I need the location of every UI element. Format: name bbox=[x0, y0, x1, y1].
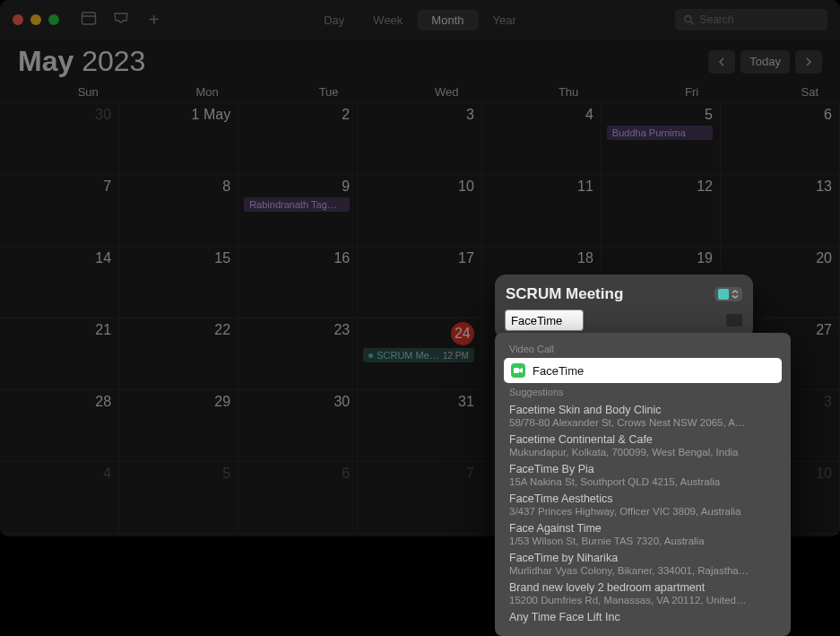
dropdown-section-videocall: Video Call bbox=[509, 344, 776, 354]
calendar-cell[interactable]: 14 bbox=[0, 247, 119, 318]
date-number: 18 bbox=[488, 250, 593, 266]
date-number: 11 bbox=[488, 179, 593, 195]
date-number: 14 bbox=[5, 250, 111, 266]
view-year[interactable]: Year bbox=[478, 10, 530, 30]
suggestion-subtitle: Murlidhar Vyas Colony, Bikaner, 334001, … bbox=[509, 565, 776, 576]
date-number: 23 bbox=[244, 322, 350, 338]
popover-event-title[interactable]: SCRUM Meeting bbox=[506, 285, 707, 303]
weekday-row: SunMonTueWedThuFriSat bbox=[0, 83, 840, 102]
today-button[interactable]: Today bbox=[740, 50, 790, 74]
calendar-cell[interactable]: 28 bbox=[0, 390, 119, 462]
add-event-button[interactable]: + bbox=[149, 11, 160, 29]
inbox-icon[interactable] bbox=[113, 11, 129, 30]
prev-month-button[interactable] bbox=[708, 50, 735, 74]
event-popover: SCRUM Meeting bbox=[495, 274, 753, 339]
weekday-label: Thu bbox=[480, 85, 600, 99]
calendar-cell[interactable]: 11 bbox=[482, 175, 602, 247]
video-icon[interactable] bbox=[726, 314, 742, 327]
weekday-label: Sat bbox=[720, 85, 840, 99]
suggestion-title: FaceTime by Niharika bbox=[509, 552, 776, 564]
calendar-cell[interactable]: 5 bbox=[119, 462, 238, 534]
suggestion-subtitle: Mukundapur, Kolkata, 700099, West Bengal… bbox=[509, 447, 776, 457]
calendar-cell[interactable]: 15 bbox=[119, 247, 238, 318]
search-field[interactable] bbox=[675, 9, 827, 30]
date-number: 17 bbox=[363, 250, 474, 266]
close-window-button[interactable] bbox=[13, 14, 23, 25]
calendar-cell[interactable]: 7 bbox=[358, 462, 482, 534]
calendar-cell[interactable]: 9Rabindranath Tag… bbox=[238, 175, 358, 247]
window-toolbar: + Day Week Month Year bbox=[0, 0, 840, 39]
date-number: 2 bbox=[244, 107, 350, 123]
calendar-cell[interactable]: 10 bbox=[358, 175, 482, 247]
month-nav: Today bbox=[708, 50, 822, 74]
date-number: 6 bbox=[726, 107, 832, 123]
calendar-cell[interactable]: 31 bbox=[358, 390, 482, 462]
calendar-cell[interactable]: 6 bbox=[721, 103, 840, 175]
calendar-cell[interactable]: 30 bbox=[0, 103, 119, 175]
event-chip[interactable]: SCRUM Me…12 PM bbox=[363, 348, 474, 362]
dropdown-suggestion[interactable]: FaceTime by NiharikaMurlidhar Vyas Colon… bbox=[504, 549, 782, 579]
calendar-cell[interactable]: 12 bbox=[602, 175, 721, 247]
event-chip[interactable]: Rabindranath Tag… bbox=[244, 197, 350, 212]
calendar-cell[interactable]: 16 bbox=[238, 247, 358, 318]
calendar-cell[interactable]: 30 bbox=[238, 390, 358, 462]
calendar-cell[interactable]: 2 bbox=[238, 103, 358, 175]
calendar-toggle-icon[interactable] bbox=[81, 11, 97, 30]
calendar-cell[interactable]: 5Buddha Purnima bbox=[602, 103, 721, 175]
calendar-color-selector[interactable] bbox=[714, 287, 742, 301]
suggestion-title: Facetime Continental & Cafe bbox=[509, 433, 776, 446]
dropdown-suggestion[interactable]: Any Time Face Lift Inc bbox=[504, 608, 782, 626]
next-month-button[interactable] bbox=[795, 50, 822, 74]
date-number: 8 bbox=[125, 179, 230, 195]
event-chip[interactable]: Buddha Purnima bbox=[607, 126, 713, 140]
fullscreen-window-button[interactable] bbox=[48, 14, 59, 25]
view-week[interactable]: Week bbox=[359, 10, 417, 30]
chevron-updown-icon bbox=[732, 290, 739, 299]
traffic-lights bbox=[13, 14, 59, 25]
calendar-cell[interactable]: 29 bbox=[119, 390, 238, 462]
date-number: 30 bbox=[244, 394, 350, 410]
calendar-cell[interactable]: 23 bbox=[238, 318, 358, 390]
calendar-cell[interactable]: 13 bbox=[721, 175, 840, 247]
video-call-dropdown: Video Call FaceTime Suggestions Facetime… bbox=[495, 333, 791, 636]
date-number: 21 bbox=[5, 322, 111, 338]
date-number: 3 bbox=[363, 107, 474, 123]
calendar-cell[interactable]: 17 bbox=[358, 247, 482, 318]
dropdown-suggestion[interactable]: Face Against Time1/53 Wilson St, Burnie … bbox=[504, 519, 782, 549]
calendar-cell[interactable]: 21 bbox=[0, 318, 119, 390]
minimize-window-button[interactable] bbox=[30, 14, 41, 25]
calendar-cell[interactable]: 4 bbox=[482, 103, 602, 175]
calendar-cell[interactable]: 7 bbox=[0, 175, 119, 247]
view-month[interactable]: Month bbox=[417, 10, 478, 30]
calendar-cell[interactable]: 3 bbox=[358, 103, 482, 175]
date-number: 12 bbox=[607, 179, 713, 195]
calendar-cell[interactable]: 24SCRUM Me…12 PM bbox=[358, 318, 482, 390]
dropdown-suggestion[interactable]: FaceTime By Pia15A Nakina St, Southport … bbox=[504, 460, 782, 490]
dropdown-suggestion[interactable]: Facetime Skin and Body Clinic58/78-80 Al… bbox=[504, 401, 782, 431]
calendar-cell[interactable]: 6 bbox=[238, 462, 358, 534]
video-call-input[interactable] bbox=[506, 310, 583, 330]
suggestion-title: Face Against Time bbox=[509, 522, 776, 535]
weekday-label: Wed bbox=[360, 85, 481, 99]
weekday-label: Fri bbox=[600, 85, 720, 99]
date-number: 16 bbox=[244, 250, 350, 266]
calendar-cell[interactable]: 22 bbox=[119, 318, 238, 390]
date-number: 1 May bbox=[125, 107, 230, 123]
suggestion-title: Any Time Face Lift Inc bbox=[509, 611, 776, 623]
calendar-color-swatch bbox=[718, 289, 729, 300]
date-number: 6 bbox=[244, 466, 350, 482]
date-number: 4 bbox=[5, 466, 111, 482]
dropdown-suggestion[interactable]: Brand new lovely 2 bedroom apartment1520… bbox=[504, 579, 782, 608]
dropdown-suggestion[interactable]: FaceTime Aesthetics3/437 Princes Highway… bbox=[504, 490, 782, 519]
calendar-cell[interactable]: 1 May bbox=[119, 103, 238, 175]
search-input[interactable] bbox=[699, 13, 818, 26]
calendar-cell[interactable]: 8 bbox=[119, 175, 238, 247]
calendar-cell[interactable]: 4 bbox=[0, 462, 119, 534]
view-day[interactable]: Day bbox=[309, 10, 359, 30]
dropdown-suggestion[interactable]: Facetime Continental & CafeMukundapur, K… bbox=[504, 431, 782, 460]
dropdown-option-facetime[interactable]: FaceTime bbox=[504, 358, 782, 383]
svg-point-2 bbox=[685, 15, 691, 22]
suggestion-title: Brand new lovely 2 bedroom apartment bbox=[509, 581, 776, 594]
date-number: 31 bbox=[363, 394, 474, 410]
weekday-label: Sun bbox=[0, 85, 120, 99]
